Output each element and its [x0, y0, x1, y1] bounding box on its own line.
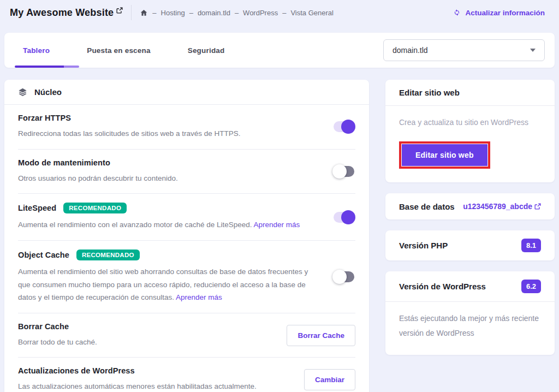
- chevron-down-icon: [530, 49, 536, 52]
- tab-list: Tablero Puesta en escena Seguridad: [4, 46, 243, 55]
- refresh-icon: [453, 9, 461, 16]
- core-settings-card: Núcleo Forzar HTTPS Redirecciona todas l…: [4, 80, 369, 392]
- setting-description: Aumenta el rendimiento del sitio web aho…: [18, 268, 308, 301]
- core-card-body: Forzar HTTPS Redirecciona todas las soli…: [4, 105, 369, 392]
- wordpress-version-description: Estás ejecutando la mejor y más reciente…: [385, 302, 555, 355]
- force-https-toggle[interactable]: [334, 121, 354, 132]
- breadcrumb: – Hosting – domain.tld – WordPress – Vis…: [140, 9, 334, 17]
- tabs-bar: Tablero Puesta en escena Seguridad domai…: [4, 33, 555, 68]
- setting-row-maintenance-mode: Modo de mantenimiento Otros usuarios no …: [18, 150, 355, 194]
- tab-tablero[interactable]: Tablero: [11, 46, 62, 55]
- database-link[interactable]: u123456789_abcde: [463, 202, 541, 211]
- toggle-knob: [332, 270, 347, 284]
- refresh-info-link[interactable]: Actualizar información: [453, 9, 545, 17]
- wordpress-version-card: Versión de WordPress 6.2 Estás ejecutand…: [385, 271, 555, 355]
- edit-site-button[interactable]: Editar sitio web: [402, 144, 487, 166]
- recommended-badge: RECOMENDADO: [63, 203, 127, 213]
- setting-description: Otros usuarios no podrán descubrir tu co…: [18, 172, 320, 185]
- php-version-card: Versión PHP 8.1: [385, 230, 555, 260]
- toggle-knob: [341, 120, 355, 134]
- change-updates-button[interactable]: Cambiar: [304, 369, 355, 390]
- core-card-title: Núcleo: [34, 87, 62, 97]
- edit-site-description: Crea y actualiza tu sitio en WordPress: [399, 118, 541, 127]
- setting-row-clear-cache: Borrar Cache Borrar todo de tu caché. Bo…: [18, 313, 355, 358]
- edit-site-card-title: Editar sitio web: [399, 88, 460, 97]
- clear-cache-button[interactable]: Borrar Cache: [287, 325, 355, 346]
- database-link-label: u123456789_abcde: [463, 202, 532, 211]
- setting-description: Las actualizaciones automáticas menores …: [18, 380, 291, 392]
- toggle-knob: [341, 210, 355, 224]
- setting-row-litespeed: LiteSpeed RECOMENDADO Aumenta el rendimi…: [18, 194, 355, 241]
- core-card-header: Núcleo: [4, 80, 369, 105]
- tab-puesta-en-escena[interactable]: Puesta en escena: [75, 46, 163, 55]
- learn-more-link[interactable]: Aprender más: [254, 221, 300, 229]
- breadcrumb-item-hosting[interactable]: Hosting: [161, 9, 185, 17]
- object-cache-toggle[interactable]: [334, 271, 354, 282]
- setting-title: Modo de mantenimiento: [18, 158, 320, 167]
- active-tab-indicator: [15, 66, 79, 68]
- setting-description: Redirecciona todas las solicitudes de si…: [18, 127, 320, 140]
- maintenance-mode-toggle[interactable]: [334, 166, 354, 177]
- setting-row-force-https: Forzar HTTPS Redirecciona todas las soli…: [18, 105, 355, 150]
- layers-icon: [18, 87, 27, 97]
- breadcrumb-item-current: Vista General: [290, 9, 334, 17]
- external-link-icon[interactable]: [116, 7, 123, 14]
- setting-title: Actualizaciones de WordPress: [18, 366, 291, 375]
- recommended-badge: RECOMENDADO: [76, 250, 140, 260]
- toggle-knob: [332, 164, 347, 179]
- breadcrumb-separator: –: [189, 9, 193, 17]
- edit-site-card: Editar sitio web Crea y actualiza tu sit…: [385, 80, 555, 182]
- setting-title: Borrar Cache: [18, 322, 273, 331]
- setting-title: Object Cache: [18, 251, 69, 259]
- database-card-title: Base de datos: [399, 202, 455, 211]
- domain-select-value: domain.tld: [393, 46, 428, 55]
- setting-title: Forzar HTTPS: [18, 114, 320, 122]
- breadcrumb-item-domain[interactable]: domain.tld: [198, 9, 230, 17]
- header-divider: [131, 5, 132, 20]
- top-bar: My Awesome Website – Hosting – domain.tl…: [0, 0, 559, 25]
- setting-row-wordpress-updates: Actualizaciones de WordPress Las actuali…: [18, 358, 355, 392]
- external-link-icon: [534, 203, 541, 210]
- sidebar: Editar sitio web Crea y actualiza tu sit…: [385, 80, 555, 355]
- setting-title: LiteSpeed: [18, 204, 56, 212]
- main-content: Núcleo Forzar HTTPS Redirecciona todas l…: [4, 80, 555, 392]
- database-card: Base de datos u123456789_abcde: [385, 193, 555, 219]
- breadcrumb-separator: –: [282, 9, 286, 17]
- wordpress-version-badge: 6.2: [521, 280, 541, 293]
- annotation-highlight-box: Editar sitio web: [399, 141, 490, 169]
- breadcrumb-item-wordpress[interactable]: WordPress: [243, 9, 278, 17]
- site-title: My Awesome Website: [10, 7, 123, 19]
- setting-description: Aumenta el rendimiento con el avanzado m…: [18, 221, 252, 229]
- breadcrumb-separator: –: [152, 9, 156, 17]
- home-icon[interactable]: [140, 9, 148, 17]
- tab-seguridad[interactable]: Seguridad: [176, 46, 237, 55]
- wordpress-version-title: Versión de WordPress: [399, 282, 486, 291]
- refresh-info-label: Actualizar información: [465, 9, 545, 17]
- setting-description: Borrar todo de tu caché.: [18, 336, 273, 349]
- php-version-title: Versión PHP: [399, 241, 448, 250]
- php-version-badge: 8.1: [521, 239, 541, 252]
- breadcrumb-separator: –: [235, 9, 239, 17]
- learn-more-link[interactable]: Aprender más: [176, 293, 222, 301]
- setting-row-object-cache: Object Cache RECOMENDADO Aumenta el rend…: [18, 241, 355, 313]
- domain-select[interactable]: domain.tld: [383, 39, 545, 61]
- site-title-text: My Awesome Website: [10, 7, 114, 19]
- litespeed-toggle[interactable]: [334, 212, 354, 223]
